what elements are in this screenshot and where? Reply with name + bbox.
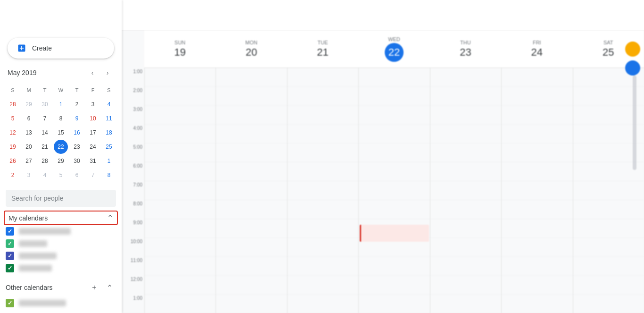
mini-cal-day-28a[interactable]: 28 <box>6 97 20 111</box>
mini-cal-day-20[interactable]: 20 <box>22 140 36 154</box>
grid-cell <box>430 181 501 200</box>
mini-cal-day-8b[interactable]: 8 <box>102 168 116 182</box>
mini-cal-day-1[interactable]: 1 <box>54 97 68 111</box>
mini-cal-day-14[interactable]: 14 <box>38 126 52 140</box>
mini-cal-day-4[interactable]: 4 <box>102 97 116 111</box>
mini-cal-day-6[interactable]: 6 <box>22 111 36 126</box>
mini-cal-day-7[interactable]: 7 <box>38 111 52 126</box>
mini-cal-day-23[interactable]: 23 <box>70 140 84 154</box>
right-avatars <box>621 38 644 79</box>
grid-cell <box>502 144 572 162</box>
grid-cell <box>288 144 358 162</box>
mini-cal-day-31[interactable]: 31 <box>86 154 100 168</box>
mini-cal-week-1: 28 29 30 1 2 3 4 <box>6 97 116 111</box>
grid-cell <box>359 257 429 276</box>
mini-cal-day-7b[interactable]: 7 <box>86 168 100 182</box>
mini-cal-day-30a[interactable]: 30 <box>38 97 52 111</box>
other-calendar-item-1[interactable]: ✓ <box>0 297 122 309</box>
grid-cell <box>145 144 215 162</box>
mini-cal-day-4b[interactable]: 4 <box>38 168 52 182</box>
grid-col-23[interactable] <box>430 68 501 313</box>
mini-cal-day-27[interactable]: 27 <box>22 154 36 168</box>
grid-cell <box>430 87 501 106</box>
other-calendar-label-1 <box>19 300 66 306</box>
grid-col-22[interactable] <box>358 68 429 313</box>
day-header-W: W <box>54 83 68 97</box>
mini-cal-day-17[interactable]: 17 <box>86 126 100 140</box>
grid-cell <box>216 162 287 181</box>
mini-cal-day-30b[interactable]: 30 <box>70 154 84 168</box>
mini-cal-day-5[interactable]: 5 <box>6 111 20 126</box>
time-label-2:00: 2:00 <box>122 87 144 106</box>
other-calendars-add-btn[interactable]: + <box>88 281 101 294</box>
mini-cal-day-28b[interactable]: 28 <box>38 154 52 168</box>
my-calendar-item-4[interactable]: ✓ <box>0 262 122 274</box>
grid-cell <box>502 162 572 181</box>
mini-cal-day-26[interactable]: 26 <box>6 154 20 168</box>
my-calendars-collapse-icon: ⌃ <box>107 213 113 222</box>
grid-cell <box>430 295 501 313</box>
grid-col-19[interactable] <box>144 68 215 313</box>
grid-cell <box>145 295 215 313</box>
calendar-checkbox-2: ✓ <box>6 239 14 248</box>
calendar-label-2 <box>19 240 47 247</box>
day-header-T1: T <box>38 83 52 97</box>
grid-col-20[interactable] <box>215 68 287 313</box>
grid-cell <box>430 68 501 87</box>
mini-cal-day-10[interactable]: 10 <box>86 111 100 126</box>
mini-cal-week-3: 12 13 14 15 16 17 18 <box>6 126 116 140</box>
grid-cell <box>288 68 358 87</box>
mini-cal-day-9[interactable]: 9 <box>70 111 84 126</box>
grid-cell <box>430 219 501 238</box>
create-button[interactable]: Create <box>8 38 114 59</box>
grid-cell <box>502 106 572 125</box>
mini-cal-day-13[interactable]: 13 <box>22 126 36 140</box>
mini-cal-day-21[interactable]: 21 <box>38 140 52 154</box>
my-calendar-item-2[interactable]: ✓ <box>0 237 122 250</box>
grid-columns <box>144 68 644 313</box>
grid-col-21[interactable] <box>287 68 358 313</box>
grid-cell <box>573 295 644 313</box>
mini-cal-day-29a[interactable]: 29 <box>22 97 36 111</box>
mini-cal-day-24[interactable]: 24 <box>86 140 100 154</box>
my-calendar-item-1[interactable]: ✓ <box>0 225 122 237</box>
search-people-input[interactable]: Search for people <box>6 190 116 207</box>
mini-cal-day-2b[interactable]: 2 <box>6 168 20 182</box>
grid-col-24[interactable] <box>501 68 572 313</box>
mini-cal-day-3b[interactable]: 3 <box>22 168 36 182</box>
mini-cal-day-16[interactable]: 16 <box>70 126 84 140</box>
mini-cal-day-22-today[interactable]: 22 <box>54 140 68 154</box>
scrollbar[interactable] <box>633 76 636 170</box>
mini-cal-day-18[interactable]: 18 <box>102 126 116 140</box>
mini-cal-day-6b[interactable]: 6 <box>70 168 84 182</box>
calendar-event[interactable] <box>360 225 429 242</box>
grid-cell <box>145 106 215 125</box>
calendar-label-4 <box>19 265 52 271</box>
mini-cal-day-25[interactable]: 25 <box>102 140 116 154</box>
mini-cal-day-11[interactable]: 11 <box>102 111 116 126</box>
mini-cal-day-5b[interactable]: 5 <box>54 168 68 182</box>
mini-cal-next[interactable]: › <box>101 66 114 79</box>
mini-cal-day-29b[interactable]: 29 <box>54 154 68 168</box>
mini-cal-day-3[interactable]: 3 <box>86 97 100 111</box>
mini-cal-day-12[interactable]: 12 <box>6 126 20 140</box>
day-header-20: MON20 <box>215 30 287 68</box>
mini-cal-day-8[interactable]: 8 <box>54 111 68 126</box>
mini-cal-week-4: 19 20 21 22 23 24 25 <box>6 140 116 154</box>
other-calendars-collapse-btn[interactable]: ⌃ <box>103 281 116 294</box>
mini-cal-day-1b[interactable]: 1 <box>102 154 116 168</box>
grid-cell <box>288 87 358 106</box>
grid-cell <box>145 257 215 276</box>
day-header-23: THU23 <box>430 30 501 68</box>
mini-cal-day-2[interactable]: 2 <box>70 97 84 111</box>
grid-cell <box>145 125 215 144</box>
my-calendar-item-3[interactable]: ✓ <box>0 250 122 262</box>
my-calendars-header[interactable]: My calendars ⌃ <box>4 211 118 225</box>
mini-cal-day-15[interactable]: 15 <box>54 126 68 140</box>
my-calendars-title: My calendars <box>8 214 48 222</box>
grid-cell <box>288 276 358 295</box>
mini-cal-day-19[interactable]: 19 <box>6 140 20 154</box>
grid-cell <box>502 276 572 295</box>
time-labels: 1:002:003:004:005:006:007:008:009:0010:0… <box>122 68 144 313</box>
mini-cal-prev[interactable]: ‹ <box>86 66 99 79</box>
